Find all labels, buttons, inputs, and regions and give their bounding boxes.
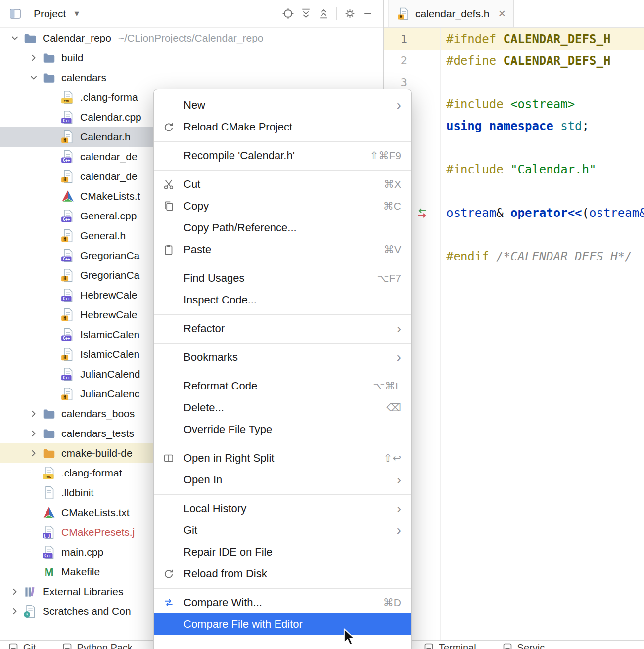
chevron-right-icon[interactable]: [27, 446, 41, 460]
menu-item-label: Git: [184, 524, 390, 537]
tree-item-label: main.cpp: [61, 546, 103, 558]
tree-item-label: Calendar_repo: [43, 32, 111, 44]
svg-text:M: M: [45, 566, 54, 578]
statusbar-item-servic[interactable]: Servic: [502, 642, 545, 649]
cpp-icon: C++: [59, 110, 76, 125]
menu-item-reformat-code[interactable]: Reformat Code⌥⌘L: [154, 375, 411, 397]
code-line[interactable]: 8: [384, 180, 644, 202]
svg-text:YML: YML: [45, 475, 51, 479]
menu-item-bookmarks[interactable]: Bookmarks›: [154, 346, 411, 368]
h-icon: H: [59, 347, 76, 362]
menu-item-override-file-type[interactable]: Override File Type: [154, 419, 411, 440]
code-line[interactable]: 3: [384, 72, 644, 93]
menu-item-copy-path-reference[interactable]: Copy Path/Reference...: [154, 217, 411, 239]
menu-item-git[interactable]: Git›: [154, 519, 411, 541]
menu-item-cut[interactable]: Cut⌘X: [154, 173, 411, 195]
statusbar-item-terminal[interactable]: Terminal: [423, 642, 476, 649]
code-line[interactable]: 7#include "Calendar.h": [384, 159, 644, 180]
chevron-right-icon[interactable]: [8, 605, 22, 618]
statusbar-item-label: Git: [23, 642, 36, 649]
menu-item-recompile-calendar-h[interactable]: Recompile 'Calendar.h'⇧⌘F9: [154, 145, 411, 167]
menu-item-reload-cmake-project[interactable]: Reload CMake Project: [154, 116, 411, 138]
menu-item-paste[interactable]: Paste⌘V: [154, 239, 411, 260]
code-line[interactable]: 1#ifndef CALENDAR_DEFS_H: [384, 28, 644, 50]
expand-all-icon[interactable]: [297, 5, 315, 23]
chevron-down-icon[interactable]: [27, 71, 41, 85]
tree-item-label: HebrewCale: [80, 289, 138, 301]
chevron-spacer: [46, 90, 59, 104]
menu-item-refactor[interactable]: Refactor›: [154, 318, 411, 340]
menu-item-open-in-right-split[interactable]: Open in Right Split⇧↩: [154, 447, 411, 469]
menu-item-copy[interactable]: Copy⌘C: [154, 195, 411, 217]
tree-row-build[interactable]: build: [0, 48, 383, 68]
tree-row-calendars[interactable]: calendars: [0, 68, 383, 87]
menu-item-open-in[interactable]: Open In›: [154, 469, 411, 491]
svg-text:H: H: [63, 177, 66, 182]
tab-title: calendar_defs.h: [415, 8, 489, 20]
chevron-spacer: [46, 387, 59, 401]
menu-item-delete[interactable]: Delete...⌫: [154, 397, 411, 419]
code-text: using namespace std;: [446, 115, 589, 137]
code-text: ostream& operator<<(ostream&: [446, 202, 644, 224]
menu-item-label: Refactor: [184, 322, 390, 335]
code-line[interactable]: 10: [384, 224, 644, 246]
close-icon[interactable]: ×: [498, 7, 506, 20]
menu-separator: [154, 639, 411, 639]
menu-item-new[interactable]: New›: [154, 94, 411, 116]
svg-text:C++: C++: [63, 158, 70, 163]
chevron-spacer: [27, 565, 41, 579]
settings-icon[interactable]: [341, 5, 359, 23]
code-line[interactable]: 5using namespace std;: [384, 115, 644, 137]
reload-icon: [154, 121, 184, 133]
cpp-icon: C++: [59, 288, 76, 303]
svg-text:H: H: [63, 394, 66, 400]
chevron-right-icon[interactable]: [27, 407, 41, 421]
cpp-icon: C++: [59, 367, 76, 382]
tree-item-label: Makefile: [61, 566, 100, 578]
code-line[interactable]: 2#define CALENDAR_DEFS_H: [384, 50, 644, 72]
chevron-down-icon[interactable]: ▼: [73, 9, 81, 18]
menu-item-find-usages[interactable]: Find Usages⌥F7: [154, 267, 411, 289]
code-line[interactable]: 4#include <ostream>: [384, 93, 644, 115]
menu-item-inspect-code[interactable]: Inspect Code...: [154, 289, 411, 311]
menu-separator: [154, 494, 411, 495]
menu-item-compare-with[interactable]: Compare With...⌘D: [154, 592, 411, 613]
menu-item-label: Cut: [184, 178, 384, 191]
project-view-title[interactable]: Project: [34, 8, 66, 20]
tree-item-label: calendars_boos: [61, 408, 135, 420]
statusbar-item-git[interactable]: Git: [8, 642, 36, 649]
submenu-arrow-icon: ›: [397, 473, 401, 487]
chevron-down-icon[interactable]: [8, 31, 22, 45]
code-editor[interactable]: 1#ifndef CALENDAR_DEFS_H2#define CALENDA…: [384, 28, 644, 640]
editor-tab-calendar-defs[interactable]: H calendar_defs.h ×: [388, 0, 514, 27]
chevron-spacer: [46, 189, 59, 203]
chevron-spacer: [46, 130, 59, 144]
collapse-all-icon[interactable]: [315, 5, 332, 23]
h-file-icon: H: [397, 6, 411, 21]
code-line[interactable]: 11#endif /*CALENDAR_DEFS_H*/: [384, 246, 644, 267]
menu-item-repair-ide-on-file[interactable]: Repair IDE on File: [154, 541, 411, 563]
menu-item-reload-from-disk[interactable]: Reload from Disk: [154, 563, 411, 585]
svg-text:H: H: [63, 315, 66, 321]
menu-item-local-history[interactable]: Local History›: [154, 498, 411, 519]
hide-icon[interactable]: [359, 5, 376, 23]
cpp-icon: C++: [41, 545, 57, 560]
folder-icon: [41, 426, 57, 441]
swap-arrows-gutter-icon[interactable]: [415, 206, 430, 220]
tree-item-label: IslamicCalen: [80, 329, 139, 341]
locate-icon[interactable]: [279, 5, 297, 23]
copy-icon: [154, 200, 184, 213]
chevron-right-icon[interactable]: [8, 585, 22, 599]
menu-item-compare-file-with-editor[interactable]: Compare File with Editor: [154, 613, 411, 635]
chevron-spacer: [46, 229, 59, 243]
chevron-right-icon[interactable]: [27, 427, 41, 440]
chevron-right-icon[interactable]: [27, 51, 41, 65]
menu-shortcut: ⌫: [386, 402, 401, 414]
svg-text:H: H: [63, 276, 66, 281]
tree-item-label: calendar_de: [80, 171, 138, 182]
submenu-arrow-icon: ›: [397, 98, 401, 112]
tree-row-calendar-repo[interactable]: Calendar_repo~/CLionProjects/Calendar_re…: [0, 28, 383, 48]
cpp-icon: C++: [59, 149, 76, 164]
statusbar-item-python-pack[interactable]: Python Pack: [62, 642, 133, 649]
code-line[interactable]: 6: [384, 137, 644, 159]
